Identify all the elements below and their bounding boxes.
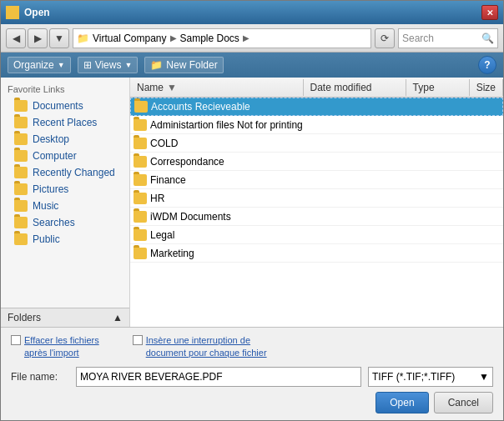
checkbox-item-1: Effacer les fichiersaprès l'import [11, 334, 99, 358]
organize-label: Organize [13, 59, 54, 71]
file-item-2[interactable]: COLD [130, 134, 503, 153]
column-type[interactable]: Type [406, 79, 470, 96]
sidebar-item-recently-changed[interactable]: Recently Changed [1, 164, 129, 181]
navigation-bar: ◀ ▶ ▼ 📁 Virtual Company ▶ Sample Docs ▶ … [1, 24, 503, 53]
breadcrumb-separator1: ▶ [170, 33, 177, 43]
file-list-header: Name ▼ Date modified Type Size [130, 78, 503, 98]
title-bar-buttons: ✕ [481, 5, 498, 20]
recently-changed-icon [14, 167, 28, 178]
search-icon: 🔍 [481, 33, 494, 44]
sidebar-label-recently-changed: Recently Changed [33, 167, 115, 178]
file-name-6: iWDM Documents [130, 209, 314, 224]
file-item-0[interactable]: Accounts Recieveable [130, 98, 503, 116]
content-area: Favorite Links Documents Recent Places D… [1, 78, 503, 327]
file-icon-7 [134, 229, 147, 241]
sidebar-item-desktop[interactable]: Desktop [1, 131, 129, 148]
filetype-select[interactable]: TIFF (*.TIF;*.TIFF) ▼ [368, 367, 493, 387]
sidebar-item-documents[interactable]: Documents [1, 98, 129, 114]
organize-button[interactable]: Organize ▼ [8, 57, 71, 73]
file-item-7[interactable]: Legal [130, 226, 503, 244]
forward-button[interactable]: ▶ [28, 28, 48, 48]
file-icon-3 [134, 156, 147, 168]
file-name-3: Correspondance [130, 154, 314, 169]
file-name-7: Legal [130, 228, 314, 243]
open-dialog: Open ✕ ◀ ▶ ▼ 📁 Virtual Company ▶ Sample … [0, 0, 504, 421]
filename-input[interactable] [76, 367, 361, 387]
sidebar-label-music: Music [33, 200, 58, 212]
views-label: Views [95, 59, 122, 71]
file-name-0: Accounts Recieveable [131, 99, 315, 114]
file-item-6[interactable]: iWDM Documents [130, 208, 503, 226]
checkbox-insere-label[interactable]: Insère une interruption de document pour… [146, 334, 271, 358]
action-buttons-row: Open Cancel [11, 392, 493, 413]
column-size[interactable]: Size [470, 79, 503, 96]
file-icon-6 [134, 211, 147, 223]
checkbox-insere[interactable] [133, 335, 143, 345]
file-icon-5 [134, 193, 147, 204]
sidebar-item-pictures[interactable]: Pictures [1, 181, 129, 198]
file-item-3[interactable]: Correspondance [130, 153, 503, 171]
nav-buttons: ◀ ▶ ▼ [6, 28, 69, 48]
documents-icon [14, 100, 28, 112]
filetype-value: TIFF (*.TIF;*.TIFF) [372, 371, 455, 383]
file-name-1: Administartion files Not for printing [130, 118, 314, 133]
file-name-2: COLD [130, 136, 314, 151]
sidebar-item-recent-places[interactable]: Recent Places [1, 114, 129, 131]
organize-caret: ▼ [58, 61, 65, 69]
views-caret: ▼ [124, 61, 132, 69]
back-button[interactable]: ◀ [6, 28, 26, 48]
bottom-area: Effacer les fichiersaprès l'import Insèr… [1, 327, 503, 420]
checkbox-effacer-label[interactable]: Effacer les fichiersaprès l'import [24, 334, 99, 358]
sidebar-label-documents: Documents [33, 100, 83, 112]
checkbox-effacer[interactable] [11, 335, 21, 345]
filename-row: File name: TIFF (*.TIF;*.TIFF) ▼ [11, 367, 493, 387]
sidebar-item-music[interactable]: Music [1, 198, 129, 214]
sidebar-label-public: Public [33, 233, 60, 245]
search-box[interactable]: Search 🔍 [398, 28, 498, 48]
filename-label: File name: [11, 371, 69, 383]
column-name[interactable]: Name ▼ [130, 79, 304, 96]
file-item-1[interactable]: Administartion files Not for printing [130, 116, 503, 134]
new-folder-label: New Folder [166, 59, 217, 71]
search-placeholder: Search [402, 33, 481, 44]
sidebar-item-computer[interactable]: Computer [1, 148, 129, 164]
sidebar-label-recent-places: Recent Places [33, 117, 97, 128]
checkboxes-row: Effacer les fichiersaprès l'import Insèr… [11, 334, 493, 358]
sidebar-item-public[interactable]: Public [1, 231, 129, 248]
file-list: Name ▼ Date modified Type Size Accounts … [130, 78, 503, 327]
breadcrumb-separator2: ▶ [243, 33, 249, 43]
help-button[interactable]: ? [478, 56, 496, 74]
views-button[interactable]: ⊞ Views ▼ [78, 57, 139, 73]
checkbox-item-2: Insère une interruption de document pour… [133, 334, 271, 358]
close-button[interactable]: ✕ [481, 5, 498, 20]
open-button[interactable]: Open [375, 392, 428, 413]
new-folder-button[interactable]: 📁 New Folder [144, 57, 223, 73]
desktop-icon [14, 133, 28, 145]
title-bar-left: Open [6, 6, 50, 19]
refresh-button[interactable]: ⟳ [375, 28, 395, 48]
computer-icon [14, 150, 28, 162]
file-item-5[interactable]: HR [130, 189, 503, 208]
dropdown-button[interactable]: ▼ [49, 28, 69, 48]
public-icon [14, 233, 28, 245]
views-icon: ⊞ [83, 59, 92, 71]
column-date[interactable]: Date modified [304, 79, 406, 96]
sort-arrow: ▼ [167, 82, 177, 93]
folders-section[interactable]: Folders ▲ [1, 308, 129, 327]
window-icon [6, 6, 19, 19]
pictures-icon [14, 183, 28, 195]
breadcrumb-bar[interactable]: 📁 Virtual Company ▶ Sample Docs ▶ [73, 28, 371, 48]
file-icon-2 [134, 138, 147, 149]
sidebar-label-desktop: Desktop [33, 133, 69, 145]
sidebar-item-searches[interactable]: Searches [1, 214, 129, 231]
file-icon-8 [134, 248, 147, 259]
file-icon-1 [134, 119, 147, 131]
breadcrumb-sample: Sample Docs [180, 33, 239, 44]
sidebar-label-searches: Searches [33, 217, 75, 228]
sidebar: Favorite Links Documents Recent Places D… [1, 78, 130, 327]
recent-places-icon [14, 117, 28, 128]
file-name-4: Finance [130, 173, 314, 188]
cancel-button[interactable]: Cancel [434, 392, 493, 413]
file-item-8[interactable]: Marketing [130, 244, 503, 263]
file-item-4[interactable]: Finance [130, 171, 503, 189]
